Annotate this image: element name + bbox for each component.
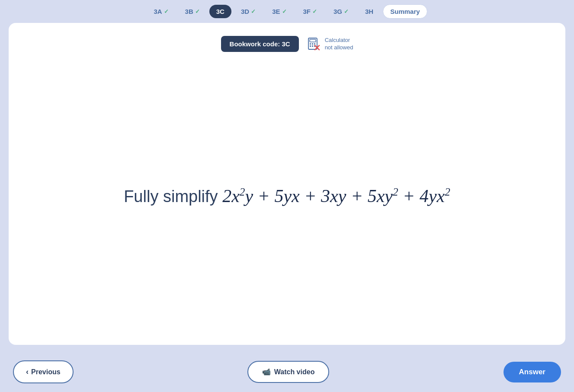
- tab-3G[interactable]: 3G ✓: [327, 5, 356, 18]
- info-bar: Bookwork code: 3C: [221, 36, 353, 52]
- main-content: Bookwork code: 3C: [9, 23, 565, 345]
- tab-summary[interactable]: Summary: [383, 4, 427, 19]
- tab-summary-label: Summary: [390, 8, 420, 15]
- calculator-line2: not allowed: [325, 44, 353, 51]
- question-prefix: Fully simplify: [124, 187, 222, 206]
- top-navigation: 3A ✓ 3B ✓ 3C 3D ✓ 3E ✓ 3F ✓ 3G ✓ 3H Summ…: [0, 0, 574, 23]
- answer-button[interactable]: Answer: [503, 362, 561, 382]
- svg-rect-1: [310, 39, 316, 42]
- math-question: Fully simplify 2x2y + 5yx + 3xy + 5xy2 +…: [124, 184, 450, 208]
- tab-3D-label: 3D: [241, 8, 249, 15]
- tab-3B-check: ✓: [195, 8, 200, 15]
- watch-video-button[interactable]: 📹 Watch video: [247, 361, 330, 383]
- previous-button[interactable]: ‹ Previous: [13, 360, 74, 383]
- tab-3F[interactable]: 3F ✓: [296, 5, 324, 18]
- svg-rect-6: [312, 45, 313, 47]
- tab-3E[interactable]: 3E ✓: [265, 5, 293, 18]
- chevron-left-icon: ‹: [26, 367, 29, 376]
- bottom-bar: ‹ Previous 📹 Watch video Answer: [0, 353, 574, 392]
- tab-3E-label: 3E: [272, 8, 280, 15]
- tab-3A-check: ✓: [164, 8, 169, 15]
- tab-3G-label: 3G: [333, 8, 342, 15]
- tab-3B-label: 3B: [185, 8, 193, 15]
- video-camera-icon: 📹: [262, 368, 271, 376]
- tab-3H-label: 3H: [365, 8, 373, 15]
- tab-3G-check: ✓: [344, 8, 349, 15]
- question-area: Fully simplify 2x2y + 5yx + 3xy + 5xy2 +…: [26, 61, 548, 332]
- tab-3F-check: ✓: [312, 8, 317, 15]
- svg-rect-2: [310, 43, 311, 45]
- tab-3E-check: ✓: [282, 8, 287, 15]
- svg-rect-4: [314, 43, 315, 45]
- tab-3H[interactable]: 3H: [358, 5, 380, 18]
- svg-rect-3: [312, 43, 313, 45]
- bookwork-code-badge: Bookwork code: 3C: [221, 36, 299, 52]
- calculator-text: Calculator not allowed: [325, 37, 353, 51]
- tab-3D-check: ✓: [251, 8, 256, 15]
- tab-3A[interactable]: 3A ✓: [147, 5, 175, 18]
- answer-label: Answer: [519, 368, 545, 376]
- tab-3C-label: 3C: [216, 8, 224, 15]
- tab-3A-label: 3A: [154, 8, 162, 15]
- tab-3C[interactable]: 3C: [209, 5, 231, 18]
- calculator-line1: Calculator: [325, 37, 353, 44]
- calculator-not-allowed-icon: [306, 36, 321, 52]
- tab-3F-label: 3F: [303, 8, 311, 15]
- svg-rect-5: [310, 45, 311, 47]
- tab-3B[interactable]: 3B ✓: [178, 5, 207, 18]
- previous-label: Previous: [31, 368, 61, 376]
- calculator-badge: Calculator not allowed: [306, 36, 353, 52]
- watch-video-label: Watch video: [274, 368, 315, 376]
- tab-3D[interactable]: 3D ✓: [234, 5, 263, 18]
